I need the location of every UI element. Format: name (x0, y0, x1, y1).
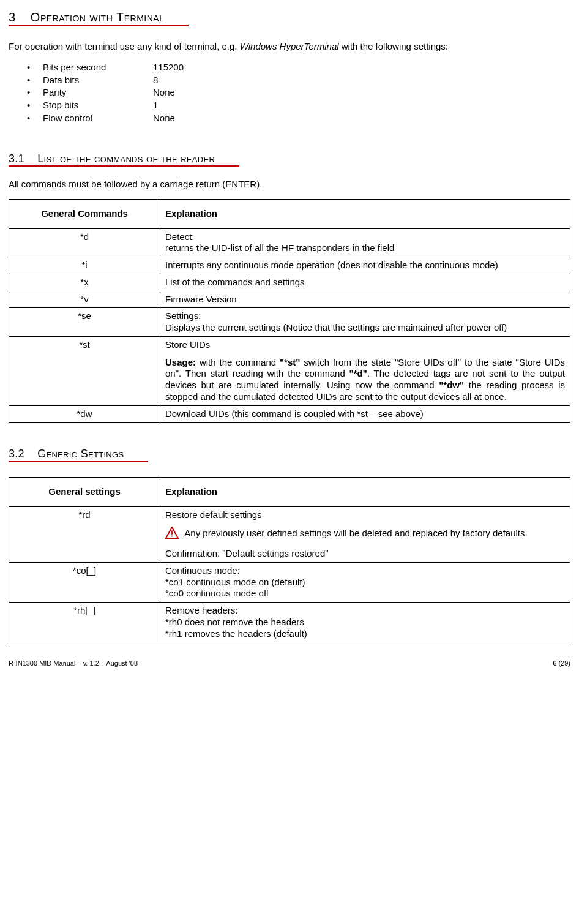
exp-cell: Settings: Displays the current settings … (160, 308, 570, 337)
svg-rect-1 (171, 531, 173, 535)
table-row: *x List of the commands and settings (9, 274, 570, 291)
section-3-2-heading: 3.2 Generic Settings (9, 447, 148, 462)
text: "*dw" (439, 380, 464, 390)
section-3-2-title: Generic Settings (37, 448, 124, 460)
page-footer: R-IN1300 MID Manual – v. 1.2 – August '0… (9, 659, 570, 668)
section-3-title: Operation with Terminal (31, 10, 165, 24)
table-row: *d Detect: returns the UID-list of all t… (9, 228, 570, 257)
text: "*st" (280, 357, 300, 367)
text: "*d" (349, 368, 367, 378)
usage-label: Usage: (165, 357, 196, 367)
text: *co1 continuous mode on (default) (165, 577, 305, 587)
text: Continuous mode: (165, 565, 240, 576)
setting-label: Data bits (43, 75, 153, 86)
table-row: *i Interrupts any continuous mode operat… (9, 257, 570, 274)
text: Settings: (165, 310, 201, 321)
cmd-cell: *dw (9, 405, 160, 423)
setting-value: 1 (153, 100, 158, 111)
setting-label: Stop bits (43, 100, 153, 111)
text: *co0 continuous mode off (165, 588, 269, 598)
section-3-1-intro: All commands must be followed by a carri… (9, 179, 570, 190)
intro-prefix: For operation with terminal use any kind… (9, 41, 240, 51)
cmd-cell: *x (9, 274, 160, 291)
exp-cell: Remove headers: *rh0 does not remove the… (160, 603, 570, 642)
cmd-cell: *d (9, 228, 160, 257)
cmd-cell: *rh[_] (9, 603, 160, 642)
section-3-1-number: 3.1 (9, 152, 24, 165)
col-header-explanation: Explanation (160, 199, 570, 228)
list-item: •ParityNone (27, 86, 570, 99)
commands-table: General Commands Explanation *d Detect: … (9, 199, 570, 423)
warning-icon (165, 527, 179, 542)
text: *rh0 does not remove the headers (165, 617, 304, 627)
usage-paragraph: Usage: with the command "*st" switch fro… (165, 357, 565, 403)
footer-right: 6 (29) (553, 659, 570, 668)
exp-cell: Store UIDs Usage: with the command "*st"… (160, 336, 570, 405)
col-header-explanation: Explanation (160, 477, 570, 506)
list-item: •Bits per second115200 (27, 61, 570, 74)
cmd-cell: *i (9, 257, 160, 274)
setting-value: 115200 (153, 62, 184, 73)
text: Remove headers: (165, 605, 237, 615)
intro-suffix: with the following settings: (339, 41, 448, 51)
section-3-2-number: 3.2 (9, 448, 24, 460)
exp-cell: List of the commands and settings (160, 274, 570, 291)
table-row: *rd Restore default settings Any previou… (9, 506, 570, 562)
section-3-intro: For operation with terminal use any kind… (9, 41, 570, 53)
col-header-commands: General Commands (9, 199, 160, 228)
section-3-1-heading: 3.1 List of the commands of the reader (9, 152, 239, 167)
table-header-row: General Commands Explanation (9, 199, 570, 228)
footer-left: R-IN1300 MID Manual – v. 1.2 – August '0… (9, 659, 138, 668)
exp-cell: Detect: returns the UID-list of all the … (160, 228, 570, 257)
intro-em: Windows HyperTerminal (240, 41, 339, 51)
table-row: *co[_] Continuous mode: *co1 continuous … (9, 562, 570, 602)
setting-value: None (153, 87, 175, 99)
exp-cell: Continuous mode: *co1 continuous mode on… (160, 562, 570, 602)
terminal-settings-list: •Bits per second115200 •Data bits8 •Pari… (27, 61, 570, 125)
table-row: *rh[_] Remove headers: *rh0 does not rem… (9, 603, 570, 642)
section-3-number: 3 (9, 10, 16, 24)
setting-label: Flow control (43, 113, 153, 124)
setting-value: None (153, 113, 175, 124)
cmd-cell: *se (9, 308, 160, 337)
warning-line: Any previously user defined settings wil… (165, 527, 565, 542)
confirmation-text: Confirmation: "Default settings restored… (165, 548, 565, 560)
section-3-heading: 3 Operation with Terminal (9, 10, 189, 28)
table-header-row: General settings Explanation (9, 477, 570, 506)
list-item: •Stop bits1 (27, 99, 570, 112)
cmd-cell: *rd (9, 506, 160, 562)
exp-cell: Restore default settings Any previously … (160, 506, 570, 562)
setting-label: Parity (43, 87, 153, 99)
cmd-cell: *st (9, 336, 160, 405)
text: returns the UID-list of all the HF trans… (165, 242, 394, 253)
cmd-cell: *co[_] (9, 562, 160, 602)
store-uids-title: Store UIDs (165, 339, 565, 351)
settings-table: General settings Explanation *rd Restore… (9, 477, 570, 643)
setting-value: 8 (153, 75, 158, 86)
exp-cell: Interrupts any continuous mode operation… (160, 257, 570, 274)
svg-rect-2 (171, 536, 173, 537)
warning-text: Any previously user defined settings wil… (182, 528, 528, 539)
table-row: *v Firmware Version (9, 291, 570, 308)
text: Detect: (165, 231, 195, 242)
text: Displays the current settings (Notice th… (165, 322, 507, 332)
exp-cell: Download UIDs (this command is coupled w… (160, 405, 570, 423)
table-row: *dw Download UIDs (this command is coupl… (9, 405, 570, 423)
section-3-1-title: List of the commands of the reader (37, 152, 215, 165)
cmd-cell: *v (9, 291, 160, 308)
col-header-settings: General settings (9, 477, 160, 506)
list-item: •Data bits8 (27, 74, 570, 87)
exp-cell: Firmware Version (160, 291, 570, 308)
text: Restore default settings (165, 509, 565, 521)
text: *rh1 removes the headers (default) (165, 628, 307, 639)
table-row: *st Store UIDs Usage: with the command "… (9, 336, 570, 405)
table-row: *se Settings: Displays the current setti… (9, 308, 570, 337)
list-item: •Flow controlNone (27, 112, 570, 125)
setting-label: Bits per second (43, 62, 153, 73)
text: with the command (196, 357, 280, 367)
